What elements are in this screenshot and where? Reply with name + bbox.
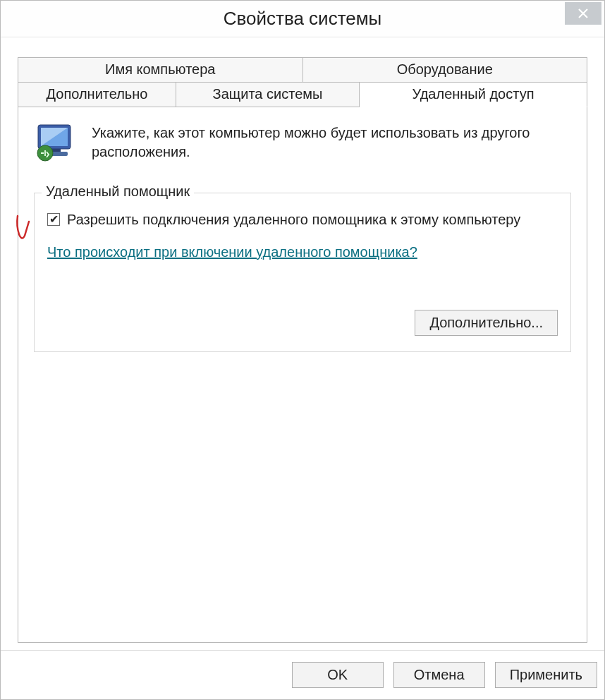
cancel-button[interactable]: Отмена xyxy=(393,662,485,688)
system-properties-window: Свойства системы Имя компьютера Оборудов… xyxy=(0,0,605,700)
remote-assistance-group: Удаленный помощник ✔ Разрешить подключен… xyxy=(34,193,571,352)
remote-assistance-help-link[interactable]: Что происходит при включении удаленного … xyxy=(47,244,417,260)
tab-system-protection[interactable]: Защита системы xyxy=(176,82,360,107)
dialog-content: Имя компьютера Оборудование Дополнительн… xyxy=(1,37,604,650)
allow-remote-assistance-label: Разрешить подключения удаленного помощни… xyxy=(67,210,520,229)
intro-row: Укажите, как этот компьютер можно будет … xyxy=(34,123,571,162)
group-title: Удаленный помощник xyxy=(42,183,194,200)
remote-computer-icon xyxy=(34,123,78,160)
intro-text: Укажите, как этот компьютер можно будет … xyxy=(92,123,571,162)
close-icon xyxy=(578,8,589,19)
tab-advanced[interactable]: Дополнительно xyxy=(18,82,176,107)
allow-remote-assistance-row: ✔ Разрешить подключения удаленного помощ… xyxy=(47,210,558,229)
tab-strip: Имя компьютера Оборудование Дополнительн… xyxy=(18,57,587,107)
close-button[interactable] xyxy=(565,2,601,25)
titlebar: Свойства системы xyxy=(1,1,604,37)
allow-remote-assistance-checkbox[interactable]: ✔ xyxy=(47,213,60,226)
ok-button[interactable]: OK xyxy=(292,662,384,688)
dialog-button-bar: OK Отмена Применить xyxy=(1,650,604,699)
advanced-button[interactable]: Дополнительно... xyxy=(415,310,558,336)
window-title: Свойства системы xyxy=(1,8,604,30)
tab-remote-access[interactable]: Удаленный доступ xyxy=(360,82,587,107)
tab-computer-name[interactable]: Имя компьютера xyxy=(18,57,303,83)
apply-button[interactable]: Применить xyxy=(495,662,597,688)
annotation-checkmark xyxy=(15,213,37,246)
tab-hardware[interactable]: Оборудование xyxy=(303,57,588,83)
tab-page-remote: Укажите, как этот компьютер можно будет … xyxy=(18,107,587,643)
